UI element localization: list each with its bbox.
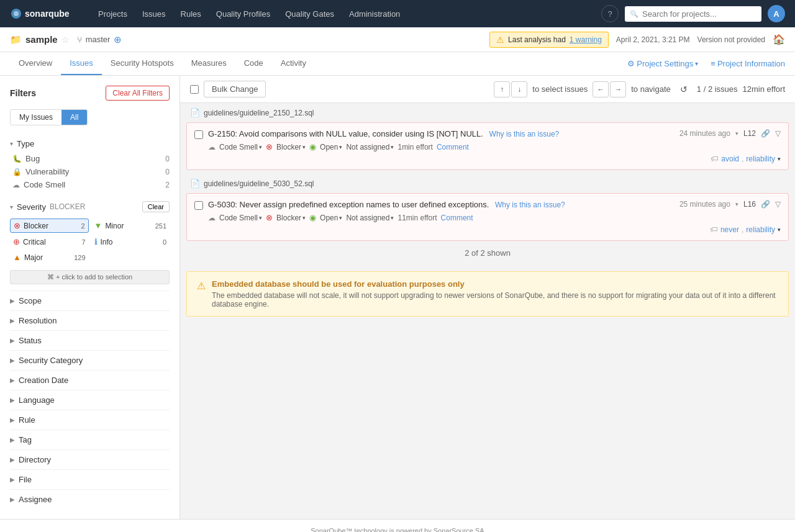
status-chevron-icon: ▶ xyxy=(10,337,15,344)
issue-1-blocker-icon: ⊗ xyxy=(266,142,273,151)
nav-administration[interactable]: Administration xyxy=(342,0,407,27)
issue-1-type-dropdown[interactable]: Code Smell▾ xyxy=(219,143,262,151)
issue-1-status-dropdown[interactable]: Open▾ xyxy=(320,143,342,151)
nav-rules[interactable]: Rules xyxy=(173,0,209,27)
severity-blocker-item[interactable]: ⊗ Blocker 2 xyxy=(10,219,89,233)
bulk-change-button[interactable]: Bulk Change xyxy=(204,81,266,97)
filter-security-header[interactable]: ▶ Security Category xyxy=(10,351,170,370)
sort-up-button[interactable]: ↑ xyxy=(494,81,510,97)
branch-add-icon[interactable]: ⊕ xyxy=(114,34,122,45)
issue-card-2: G-5030: Never assign predefined exceptio… xyxy=(186,193,789,241)
issue-1-link-icon[interactable]: 🔗 xyxy=(761,129,770,138)
nav-next-button[interactable]: → xyxy=(610,81,626,97)
home-icon[interactable]: 🏠 xyxy=(773,34,785,45)
project-star-icon[interactable]: ☆ xyxy=(61,35,70,45)
my-issues-button[interactable]: My Issues xyxy=(11,110,61,125)
issue-2-link-icon[interactable]: 🔗 xyxy=(761,200,770,209)
issue-2-assignee-dropdown[interactable]: Not assigned▾ xyxy=(346,214,394,222)
filter-language-header[interactable]: ▶ Language xyxy=(10,390,170,410)
issue-2-checkbox[interactable] xyxy=(194,201,203,210)
issue-2-tag-reliability[interactable]: reliability xyxy=(746,225,775,234)
issue-1-tag-avoid[interactable]: avoid xyxy=(721,155,739,163)
filter-creation-date-header[interactable]: ▶ Creation Date xyxy=(10,371,170,390)
issue-1-tag-reliability[interactable]: reliability xyxy=(746,155,775,163)
issue-2-title-text[interactable]: G-5030: Never assign predefined exceptio… xyxy=(208,200,489,209)
user-avatar[interactable]: A xyxy=(768,5,785,22)
filter-file-header[interactable]: ▶ File xyxy=(10,470,170,489)
nav-issues[interactable]: Issues xyxy=(135,0,173,27)
project-branch[interactable]: master xyxy=(86,35,111,44)
filter-rule-header[interactable]: ▶ Rule xyxy=(10,410,170,430)
help-button[interactable]: ? xyxy=(601,5,619,22)
all-issues-button[interactable]: All xyxy=(61,110,87,125)
issue-2-codesmell-icon: ☁ xyxy=(208,214,216,222)
nav-quality-gates[interactable]: Quality Gates xyxy=(278,0,342,27)
issue-1-tags-chevron-icon[interactable]: ▾ xyxy=(778,156,781,162)
select-all-checkbox[interactable] xyxy=(190,85,199,94)
tab-activity[interactable]: Activity xyxy=(272,52,315,75)
tab-security-hotspots[interactable]: Security Hotspots xyxy=(102,52,183,75)
file-path-2[interactable]: guidelines/guideline_5030_52.sql xyxy=(204,179,314,188)
nav-quality-profiles[interactable]: Quality Profiles xyxy=(209,0,278,27)
issue-2-why-link[interactable]: Why is this an issue? xyxy=(495,201,565,209)
severity-major-item[interactable]: ▲ Major 129 xyxy=(10,251,89,264)
warning-icon: ⚠ xyxy=(496,35,504,45)
issue-2-severity-dropdown[interactable]: Blocker▾ xyxy=(276,214,306,222)
issue-1-time-chevron-icon[interactable]: ▾ xyxy=(735,130,738,137)
issue-card-2-inner: G-5030: Never assign predefined exceptio… xyxy=(187,194,788,240)
severity-clear-button[interactable]: Clear xyxy=(142,201,170,212)
issue-1-why-link[interactable]: Why is this an issue? xyxy=(489,130,560,138)
tab-issues[interactable]: Issues xyxy=(61,52,102,75)
search-icon: 🔍 xyxy=(630,10,638,18)
filter-tag-header[interactable]: ▶ Tag xyxy=(10,430,170,449)
warning-link[interactable]: 1 warning xyxy=(570,35,602,44)
filter-directory-header[interactable]: ▶ Directory xyxy=(10,450,170,469)
issue-2-status-dropdown[interactable]: Open▾ xyxy=(320,214,342,222)
tab-overview[interactable]: Overview xyxy=(10,52,61,75)
sidebar-header: Filters Clear All Filters xyxy=(10,86,170,101)
severity-minor-item[interactable]: ▼ Minor 251 xyxy=(91,219,170,233)
severity-info-item[interactable]: ℹ Info 0 xyxy=(91,235,170,248)
issue-2-time-chevron-icon[interactable]: ▾ xyxy=(735,201,738,207)
filter-type-header[interactable]: ▾ Type xyxy=(10,135,170,152)
nav-prev-button[interactable]: ← xyxy=(593,81,609,97)
issue-2-type-dropdown[interactable]: Code Smell▾ xyxy=(219,214,262,222)
refresh-button[interactable]: ↺ xyxy=(676,81,692,97)
project-name[interactable]: sample xyxy=(25,34,58,45)
severity-chevron-icon[interactable]: ▾ xyxy=(10,204,13,210)
filter-scope-header[interactable]: ▶ Scope xyxy=(10,291,170,310)
issue-2-comment-link[interactable]: Comment xyxy=(441,214,473,222)
filter-status-header[interactable]: ▶ Status xyxy=(10,331,170,350)
file-path-row-2: 📄 guidelines/guideline_5030_52.sql xyxy=(180,174,795,193)
tab-measures[interactable]: Measures xyxy=(183,52,235,75)
issue-1-assignee-dropdown[interactable]: Not assigned▾ xyxy=(346,143,394,151)
issue-1-meta: ☁ Code Smell▾ ⊗ Blocker▾ ◉ Open▾ xyxy=(208,142,675,151)
issue-2-tags-chevron-icon[interactable]: ▾ xyxy=(778,227,781,233)
issue-2-right: 25 minutes ago ▾ L16 🔗 ▽ xyxy=(679,200,781,209)
type-label: Type xyxy=(17,139,34,148)
issue-1-checkbox[interactable] xyxy=(194,130,203,139)
issue-2-tag-never[interactable]: never xyxy=(720,225,739,234)
filter-resolution: ▶ Resolution xyxy=(10,310,170,330)
filter-assignee-header[interactable]: ▶ Assignee xyxy=(10,490,170,509)
sort-down-button[interactable]: ↓ xyxy=(511,81,527,97)
issue-1-comment-link[interactable]: Comment xyxy=(437,143,469,151)
logo[interactable]: sonarqube xyxy=(10,4,78,23)
nav-projects[interactable]: Projects xyxy=(91,0,135,27)
issue-1-filter-icon[interactable]: ▽ xyxy=(775,129,781,138)
project-settings-link[interactable]: ⚙ Project Settings ▾ xyxy=(627,59,698,68)
type-chevron-icon: ▾ xyxy=(10,140,13,147)
issue-2-filter-icon[interactable]: ▽ xyxy=(775,200,781,209)
project-info-link[interactable]: ≡ Project Information xyxy=(711,59,785,68)
filter-resolution-header[interactable]: ▶ Resolution xyxy=(10,311,170,330)
clear-all-button[interactable]: Clear All Filters xyxy=(106,86,170,101)
blocker-sev-icon: ⊗ xyxy=(14,221,20,230)
minor-count: 251 xyxy=(155,222,166,230)
issue-1-severity-dropdown[interactable]: Blocker▾ xyxy=(276,143,306,151)
resolution-chevron-icon: ▶ xyxy=(10,317,15,324)
search-input[interactable] xyxy=(625,6,761,22)
issue-1-title-text[interactable]: G-2150: Avoid comparisons with NULL valu… xyxy=(208,129,483,138)
severity-critical-item[interactable]: ⊕ Critical 7 xyxy=(10,235,89,248)
file-path-1[interactable]: guidelines/guideline_2150_12.sql xyxy=(204,109,314,117)
tab-code[interactable]: Code xyxy=(235,52,272,75)
